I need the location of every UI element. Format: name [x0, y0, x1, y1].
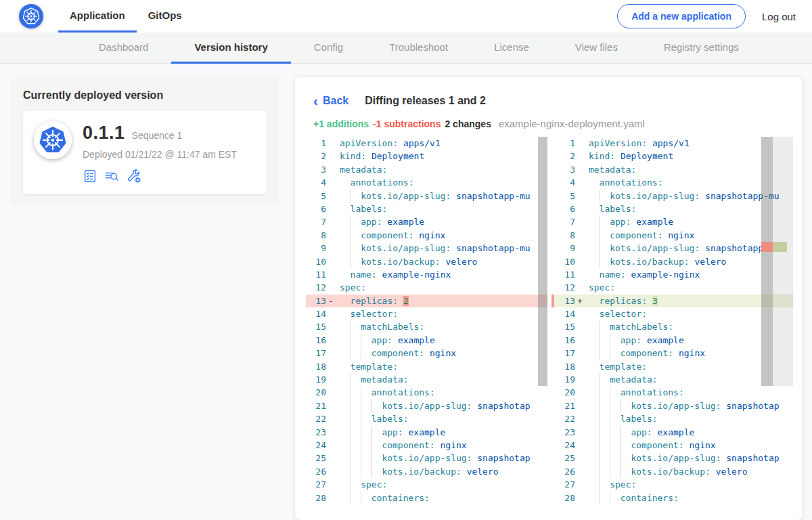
code-line: 11name: example-nginx — [551, 268, 793, 281]
code-line: 1apiVersion: apps/v1 — [306, 137, 547, 150]
indent-guides — [340, 255, 361, 268]
line-number: 27 — [555, 478, 575, 491]
tab-application[interactable]: Application — [58, 0, 137, 32]
yaml-key: component: — [361, 230, 413, 240]
line-number: 16 — [555, 334, 575, 347]
yaml-value: velero — [467, 467, 499, 477]
code-line: 27spec: — [306, 478, 547, 491]
indent-guides — [589, 465, 631, 478]
gutter: 18 — [555, 360, 585, 373]
code-text: metadata: — [585, 373, 658, 386]
code-text: component: nginx — [336, 347, 456, 360]
diff-sign — [326, 137, 336, 150]
code-text: kots.io/backup: velero — [336, 465, 499, 478]
yaml-key: labels: — [371, 414, 409, 424]
subnav-registry-settings[interactable]: Registry settings — [641, 32, 762, 64]
subnav-dashboard[interactable]: Dashboard — [76, 32, 171, 64]
yaml-key: template: — [600, 362, 647, 372]
code-line: 2kind: Deployment — [306, 150, 547, 162]
gutter: 13+ — [555, 295, 585, 307]
yaml-key: replicas: — [351, 296, 398, 306]
gutter: 16 — [555, 334, 585, 347]
line-number: 9 — [555, 242, 575, 255]
yaml-key: spec: — [589, 282, 615, 292]
gutter: 28 — [555, 492, 585, 504]
yaml-key: matchLabels: — [361, 322, 424, 332]
diff-sign — [575, 320, 585, 333]
code-text: metadata: — [336, 163, 387, 176]
deployed-version-tile: 0.1.1 Sequence 1 Deployed 01/21/22 @ 11:… — [23, 111, 267, 194]
logout-link[interactable]: Log out — [762, 11, 796, 22]
gutter: 10 — [306, 255, 336, 268]
diff-sign — [575, 439, 585, 452]
subnav-version-history[interactable]: Version history — [171, 32, 290, 64]
code-text: annotations: — [585, 176, 663, 189]
indent-guides — [589, 295, 600, 307]
code-text: spec: — [336, 281, 366, 294]
indent-guides — [589, 307, 600, 320]
diff-header: ‹ Back Diffing releases 1 and 2 — [306, 93, 793, 108]
scrollbar-thumb[interactable] — [538, 137, 547, 386]
code-line: 24component: nginx — [306, 439, 547, 452]
line-number: 15 — [306, 320, 326, 333]
indent-guides — [589, 215, 610, 228]
diff-sign — [326, 439, 336, 452]
yaml-key: kind: — [589, 151, 615, 161]
app-subnav: Dashboard Version history Config Trouble… — [0, 32, 812, 64]
code-line: 10kots.io/backup: velero — [551, 255, 793, 268]
yaml-key: metadata: — [361, 374, 408, 385]
line-number: 6 — [306, 202, 326, 215]
indent-guides — [340, 320, 361, 333]
back-label: Back — [323, 95, 348, 107]
edit-config-icon[interactable] — [126, 168, 142, 184]
subnav-view-files[interactable]: View files — [552, 32, 641, 64]
diff-sign — [326, 268, 336, 281]
diff-sign — [575, 465, 585, 478]
line-number: 5 — [555, 190, 575, 202]
indent-guides — [340, 373, 361, 386]
code-line: 18template: — [306, 360, 547, 373]
diff-sign — [326, 229, 336, 242]
code-rows: 1apiVersion: apps/v12kind: Deployment3me… — [551, 137, 793, 504]
indent-guides — [340, 399, 382, 412]
yaml-key: component: — [631, 440, 683, 450]
scrollbar-thumb[interactable] — [761, 137, 773, 386]
code-text: name: example-nginx — [336, 268, 451, 281]
subnav-troubleshoot[interactable]: Troubleshoot — [366, 32, 471, 64]
yaml-value: apps/v1 — [403, 138, 441, 148]
code-text: metadata: — [585, 163, 636, 176]
gutter: 5 — [306, 190, 336, 202]
code-text: kind: Deployment — [336, 150, 424, 162]
subnav-config[interactable]: Config — [291, 32, 366, 64]
code-text: containers: — [585, 492, 679, 504]
code-line: 26kots.io/backup: velero — [551, 465, 793, 478]
chevron-left-icon: ‹ — [313, 93, 318, 108]
gutter: 12 — [555, 281, 585, 294]
tab-gitops[interactable]: GitOps — [137, 0, 194, 32]
sequence-label: Sequence 1 — [132, 130, 183, 141]
yaml-key: name: — [600, 269, 626, 280]
diff-panel-original[interactable]: 1apiVersion: apps/v12kind: Deployment3me… — [306, 137, 547, 517]
indent-guides — [340, 190, 361, 202]
line-number: 28 — [555, 492, 575, 504]
diff-sign — [326, 399, 336, 412]
add-application-button[interactable]: Add a new application — [617, 4, 746, 28]
back-link[interactable]: ‹ Back — [313, 93, 348, 108]
gutter: 27 — [555, 478, 585, 491]
view-logs-icon[interactable] — [104, 169, 120, 183]
indent-guides — [589, 255, 610, 268]
checklist-icon[interactable] — [83, 169, 97, 183]
diff-panel-modified[interactable]: 1apiVersion: apps/v12kind: Deployment3me… — [551, 137, 793, 517]
diff-sign: - — [326, 295, 336, 307]
indent-guides — [340, 386, 371, 399]
line-number: 10 — [306, 255, 326, 268]
diff-sign — [326, 386, 336, 399]
line-number: 15 — [555, 320, 575, 333]
gutter: 7 — [555, 215, 585, 228]
diff-sign — [326, 215, 336, 228]
subnav-license[interactable]: License — [471, 32, 552, 64]
yaml-key: kots.io/backup: — [361, 257, 440, 267]
diff-sign — [575, 268, 585, 281]
line-number: 22 — [555, 412, 575, 425]
line-number: 28 — [306, 492, 326, 504]
